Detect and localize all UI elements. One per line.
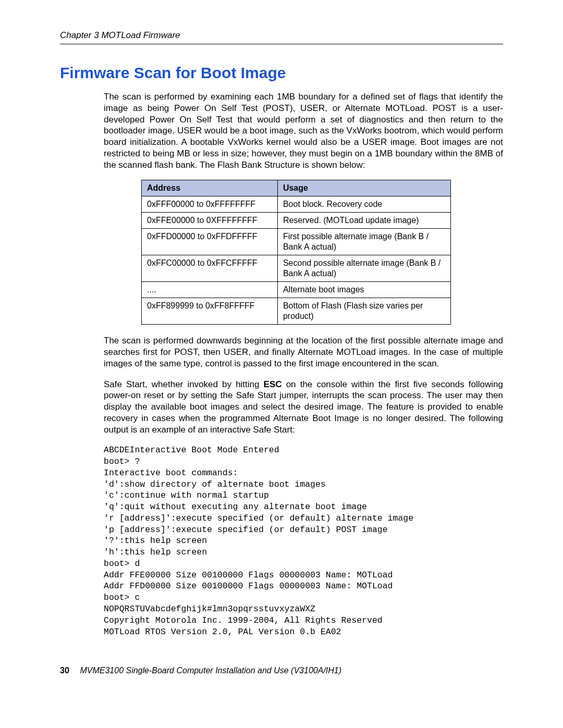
cell-usage: Reserved. (MOTLoad update image) [277, 213, 450, 229]
page-header: Chapter 3 MOTLoad Firmware [60, 30, 503, 44]
cell-address: .... [142, 282, 278, 298]
paragraph-scan-order: The scan is performed downwards beginnin… [104, 335, 503, 369]
table-header-usage: Usage [277, 180, 450, 196]
table-header-address: Address [142, 180, 278, 196]
table-row: 0xFFC00000 to 0xFFCFFFFFSecond possible … [142, 255, 451, 282]
section-heading: Firmware Scan for Boot Image [60, 64, 503, 82]
table-row: 0xFFE00000 to 0XFFFFFFFFReserved. (MOTLo… [142, 213, 451, 229]
cell-address: 0xFFD00000 to 0xFFDFFFFF [142, 229, 278, 255]
page-number: 30 [60, 666, 78, 675]
cell-usage: Second possible alternate image (Bank B … [277, 255, 450, 282]
esc-key-label: ESC [264, 379, 282, 389]
cell-usage: Bottom of Flash (Flash size varies per p… [277, 298, 450, 325]
page-footer: 30 MVME3100 Single-Board Computer Instal… [60, 666, 503, 675]
table-row: 0xFFF00000 to 0xFFFFFFFFBoot block. Reco… [142, 196, 451, 213]
cell-address: 0xFFE00000 to 0XFFFFFFFF [142, 213, 278, 229]
cell-address: 0xFFF00000 to 0xFFFFFFFF [142, 196, 278, 213]
paragraph-safe-start: Safe Start, whether invoked by hitting E… [104, 379, 503, 436]
footer-title: MVME3100 Single-Board Computer Installat… [80, 666, 341, 675]
text: Safe Start, whether invoked by hitting [104, 379, 264, 389]
cell-address: 0xFF899999 to 0xFF8FFFFF [142, 298, 278, 325]
table-row: 0xFFD00000 to 0xFFDFFFFFFirst possible a… [142, 229, 451, 255]
table-row: 0xFF899999 to 0xFF8FFFFFBottom of Flash … [142, 298, 451, 325]
table-row: ....Alternate boot images [142, 282, 451, 298]
cell-address: 0xFFC00000 to 0xFFCFFFFF [142, 255, 278, 282]
cell-usage: Boot block. Recovery code [277, 196, 450, 213]
document-page: Chapter 3 MOTLoad Firmware Firmware Scan… [0, 0, 563, 701]
cell-usage: Alternate boot images [277, 282, 450, 298]
code-block-safe-start-output: ABCDEInteractive Boot Mode Entered boot>… [104, 445, 503, 637]
flash-bank-table: Address Usage 0xFFF00000 to 0xFFFFFFFFBo… [141, 180, 451, 325]
cell-usage: First possible alternate image (Bank B /… [277, 229, 450, 255]
paragraph-intro: The scan is performed by examining each … [104, 91, 503, 170]
